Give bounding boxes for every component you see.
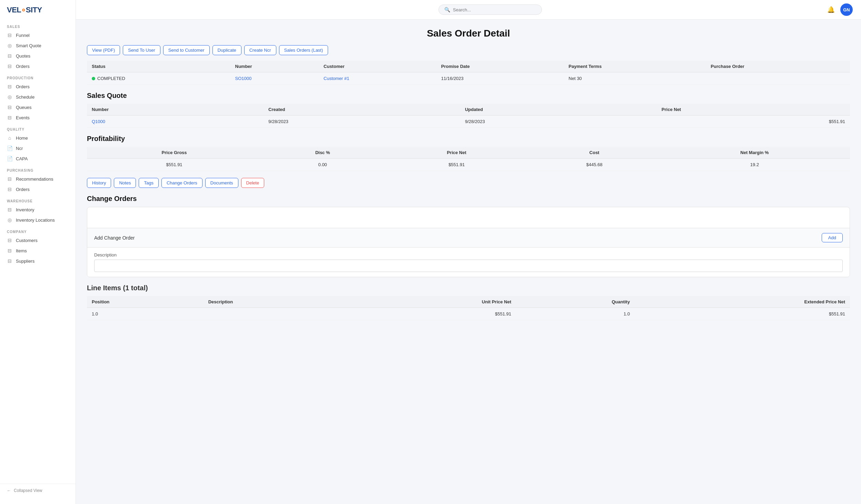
sq-header-created: Created [264, 104, 460, 115]
tab-change-orders-button[interactable]: Change Orders [161, 178, 202, 188]
search-icon: 🔍 [444, 7, 450, 12]
search-input[interactable] [453, 7, 536, 12]
sidebar-item-label-funnel: Funnel [16, 33, 30, 38]
sidebar-item-purch-orders[interactable]: ⊟Orders [0, 184, 76, 194]
li-header-description: Description [204, 296, 350, 308]
smart-quote-icon: ◎ [7, 43, 12, 48]
add-change-order-button[interactable]: Add [822, 233, 843, 242]
collapsed-view-label: Collapsed View [14, 488, 42, 493]
topbar-right: 🔔 GN [827, 3, 853, 16]
sidebar-item-label-items: Items [16, 248, 27, 253]
sidebar-item-label-inventory-locations: Inventory Locations [16, 218, 55, 223]
sidebar-section-warehouse: WAREHOUSE [0, 194, 76, 204]
sidebar-section-production: PRODUCTION [0, 71, 76, 81]
sq-price-net: $551.91 [657, 115, 850, 128]
view-pdf-button[interactable]: View (PDF) [87, 45, 120, 55]
prof-header-net-margin-: Net Margin % [659, 147, 850, 159]
order-header-customer: Customer [319, 61, 436, 72]
logo: VEL∘SITY [0, 0, 76, 20]
sidebar-item-label-home: Home [16, 135, 28, 141]
search-bar[interactable]: 🔍 [438, 4, 542, 15]
profitability-table: Price GrossDisc %Price NetCostNet Margin… [87, 147, 850, 171]
tab-tags-button[interactable]: Tags [139, 178, 158, 188]
duplicate-button[interactable]: Duplicate [212, 45, 241, 55]
capa-icon: 📄 [7, 156, 12, 161]
order-table: StatusNumberCustomerPromise DatePayment … [87, 61, 850, 85]
change-orders-title: Change Orders [87, 195, 850, 203]
order-customer[interactable]: Customer #1 [319, 72, 436, 85]
sq-header-updated: Updated [460, 104, 657, 115]
sidebar-item-items[interactable]: ⊟Items [0, 245, 76, 256]
line-items-table: PositionDescriptionUnit Price NetQuantit… [87, 296, 850, 320]
ncr-icon: 📄 [7, 145, 12, 151]
collapse-icon: ← [7, 488, 11, 493]
send-to-user-button[interactable]: Send To User [123, 45, 160, 55]
events-icon: ⊟ [7, 115, 12, 120]
schedule-icon: ◎ [7, 94, 12, 100]
home-icon: ⌂ [7, 135, 12, 141]
sidebar-item-suppliers[interactable]: ⊟Suppliers [0, 256, 76, 266]
sidebar-item-customers[interactable]: ⊟Customers [0, 235, 76, 245]
profitability-title: Profitability [87, 135, 850, 143]
sidebar-item-inventory[interactable]: ⊟Inventory [0, 204, 76, 215]
topbar: 🔍 🔔 GN [76, 0, 861, 20]
sidebar-item-label-ncr: Ncr [16, 146, 23, 151]
description-label: Description [94, 252, 843, 258]
sidebar-item-prod-orders[interactable]: ⊟Orders [0, 81, 76, 92]
sidebar-item-events[interactable]: ⊟Events [0, 112, 76, 123]
tab-documents-button[interactable]: Documents [205, 178, 238, 188]
line-items-title: Line Items (1 total) [87, 284, 850, 292]
status-dot [92, 77, 95, 80]
prod-orders-icon: ⊟ [7, 84, 12, 89]
purch-orders-icon: ⊟ [7, 187, 12, 192]
prof-header-cost: Cost [530, 147, 659, 159]
sidebar-item-label-inventory: Inventory [16, 207, 34, 212]
sidebar-item-schedule[interactable]: ◎Schedule [0, 92, 76, 102]
description-input[interactable] [94, 260, 843, 272]
change-orders-empty [87, 207, 850, 228]
send-to-customer-button[interactable]: Send to Customer [163, 45, 210, 55]
sidebar-item-home[interactable]: ⌂Home [0, 133, 76, 143]
logo-text: VEL∘SITY [7, 6, 42, 14]
sidebar-item-recommendations[interactable]: ⊟Recommendations [0, 174, 76, 184]
sidebar-item-label-orders: Orders [16, 64, 30, 69]
sidebar-item-label-prod-orders: Orders [16, 84, 30, 89]
order-number[interactable]: SO1000 [230, 72, 319, 85]
queues-icon: ⊟ [7, 104, 12, 110]
sales-orders-last-button[interactable]: Sales Orders (Last) [279, 45, 328, 55]
sidebar-item-ncr[interactable]: 📄Ncr [0, 143, 76, 153]
tab-delete-button[interactable]: Delete [241, 178, 265, 188]
notification-bell-icon[interactable]: 🔔 [827, 6, 835, 13]
prof-net-margin: 19.2 [659, 159, 850, 171]
items-icon: ⊟ [7, 248, 12, 253]
tab-notes-button[interactable]: Notes [114, 178, 136, 188]
sidebar-item-queues[interactable]: ⊟Queues [0, 102, 76, 112]
sidebar-item-capa[interactable]: 📄CAPA [0, 153, 76, 164]
tab-history-button[interactable]: History [87, 178, 111, 188]
add-change-order-label: Add Change Order [94, 235, 135, 241]
sidebar-item-smart-quote[interactable]: ◎Smart Quote [0, 40, 76, 51]
sidebar-section-company: COMPANY [0, 225, 76, 235]
funnel-icon: ⊟ [7, 32, 12, 38]
li-header-position: Position [87, 296, 204, 308]
sales-quote-title: Sales Quote [87, 92, 850, 100]
sidebar-item-inventory-locations[interactable]: ◎Inventory Locations [0, 215, 76, 225]
sales-quote-table: NumberCreatedUpdatedPrice Net Q10009/28/… [87, 104, 850, 128]
li-position: 1.0 [87, 308, 204, 320]
customers-icon: ⊟ [7, 238, 12, 243]
prof-disc-pct: 0.00 [261, 159, 384, 171]
orders-icon: ⊟ [7, 63, 12, 69]
sidebar-item-orders[interactable]: ⊟Orders [0, 61, 76, 71]
user-avatar[interactable]: GN [840, 3, 853, 16]
suppliers-icon: ⊟ [7, 258, 12, 264]
add-change-order-row: Add Change Order Add [87, 228, 850, 247]
sidebar-item-funnel[interactable]: ⊟Funnel [0, 30, 76, 40]
sidebar-item-quotes[interactable]: ⊟Quotes [0, 51, 76, 61]
sq-number[interactable]: Q1000 [87, 115, 264, 128]
sidebar: VEL∘SITY SALES⊟Funnel◎Smart Quote⊟Quotes… [0, 0, 76, 504]
collapsed-view-button[interactable]: ← Collapsed View [0, 484, 76, 497]
inventory-icon: ⊟ [7, 207, 12, 212]
logo-dot: ∘ [21, 6, 26, 14]
create-ncr-button[interactable]: Create Ncr [244, 45, 276, 55]
sidebar-item-label-customers: Customers [16, 238, 38, 243]
